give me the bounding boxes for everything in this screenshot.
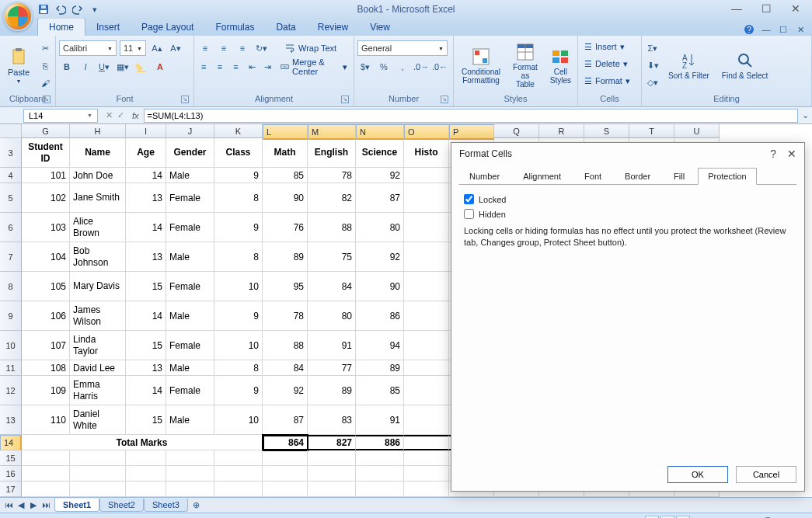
border-icon[interactable]: ▦▾ xyxy=(115,59,131,75)
cell[interactable]: 91 xyxy=(356,405,404,435)
column-header-J[interactable]: J xyxy=(166,124,214,138)
font-size-select[interactable]: 11▼ xyxy=(120,40,146,56)
cell[interactable] xyxy=(126,481,166,497)
dialog-close-icon[interactable]: ✕ xyxy=(787,148,796,160)
number-format-select[interactable]: General▼ xyxy=(357,40,448,56)
cell[interactable] xyxy=(263,481,308,497)
column-header-S[interactable]: S xyxy=(584,124,629,138)
row-header[interactable]: 17 xyxy=(0,481,22,497)
conditional-formatting-button[interactable]: Conditional Formatting xyxy=(457,46,505,86)
cell[interactable]: 80 xyxy=(308,301,356,331)
column-header-Q[interactable]: Q xyxy=(494,124,539,138)
shrink-font-icon[interactable]: A▾ xyxy=(168,40,183,56)
cell[interactable] xyxy=(356,466,404,481)
cell[interactable]: 108 xyxy=(22,360,70,376)
cell[interactable]: 82 xyxy=(308,183,356,213)
cell[interactable]: 94 xyxy=(356,331,404,360)
cell[interactable]: Jane Smith xyxy=(70,183,126,213)
cell[interactable] xyxy=(404,435,449,450)
row-header[interactable]: 13 xyxy=(0,405,22,435)
row-header[interactable]: 8 xyxy=(0,272,22,301)
align-bottom-icon[interactable]: ≡ xyxy=(235,40,250,56)
cell[interactable]: 109 xyxy=(22,376,70,405)
sort-filter-button[interactable]: AZSort & Filter xyxy=(664,50,714,82)
cell[interactable]: Histo xyxy=(404,138,449,168)
cell[interactable]: 827 xyxy=(308,435,356,450)
cell[interactable]: Male xyxy=(166,405,214,435)
tab-insert[interactable]: Insert xyxy=(85,19,131,36)
cell[interactable] xyxy=(214,450,263,466)
cell[interactable]: 13 xyxy=(126,183,166,213)
cell[interactable] xyxy=(404,405,449,435)
cell[interactable] xyxy=(308,450,356,466)
cell[interactable]: 92 xyxy=(263,376,308,405)
cell[interactable]: 92 xyxy=(356,242,404,272)
cell[interactable]: 88 xyxy=(308,213,356,242)
align-center-icon[interactable]: ≡ xyxy=(214,59,227,75)
currency-icon[interactable]: $▾ xyxy=(357,59,373,75)
close-button[interactable]: ✕ xyxy=(784,2,807,16)
redo-icon[interactable] xyxy=(71,3,84,16)
cell[interactable]: John Doe xyxy=(70,168,126,183)
cell[interactable]: 886 xyxy=(356,435,404,450)
cell[interactable]: 77 xyxy=(308,360,356,376)
align-middle-icon[interactable]: ≡ xyxy=(216,40,232,56)
underline-button[interactable]: U▾ xyxy=(96,59,112,75)
bold-button[interactable]: B xyxy=(59,59,75,75)
cell[interactable]: Age xyxy=(126,138,166,168)
row-header[interactable]: 5 xyxy=(0,183,22,213)
hidden-checkbox[interactable] xyxy=(464,209,474,219)
cell[interactable]: Math xyxy=(263,138,308,168)
cell[interactable] xyxy=(126,466,166,481)
cell[interactable]: Female xyxy=(166,331,214,360)
cell[interactable] xyxy=(214,466,263,481)
cell[interactable]: Male xyxy=(166,168,214,183)
row-header[interactable]: 4 xyxy=(0,168,22,183)
cell[interactable]: Bob Johnson xyxy=(70,242,126,272)
cancel-formula-icon[interactable]: ✕ xyxy=(106,110,113,120)
cell[interactable]: Female xyxy=(166,272,214,301)
dialog-tab-number[interactable]: Number xyxy=(459,168,510,185)
percent-icon[interactable]: % xyxy=(376,59,392,75)
comma-icon[interactable]: , xyxy=(395,59,410,75)
cell[interactable] xyxy=(404,183,449,213)
format-painter-icon[interactable]: 🖌 xyxy=(37,75,53,91)
formula-expand-icon[interactable]: ⌄ xyxy=(798,110,812,120)
cell[interactable]: 89 xyxy=(263,242,308,272)
cell[interactable] xyxy=(70,450,126,466)
column-header-I[interactable]: I xyxy=(126,124,166,138)
cell[interactable]: 86 xyxy=(356,301,404,331)
find-select-button[interactable]: Find & Select xyxy=(717,50,772,82)
column-header-U[interactable]: U xyxy=(674,124,720,138)
cell[interactable]: 9 xyxy=(214,301,263,331)
grow-font-icon[interactable]: A▴ xyxy=(149,40,165,56)
ribbon-close-icon[interactable]: ✕ xyxy=(793,23,807,36)
ok-button[interactable]: OK xyxy=(667,466,728,483)
tab-review[interactable]: Review xyxy=(307,19,359,36)
sheet-nav-first-icon[interactable]: ⏮ xyxy=(3,500,14,510)
column-header-K[interactable]: K xyxy=(214,124,263,138)
column-header-H[interactable]: H xyxy=(70,124,126,138)
dialog-tab-border[interactable]: Border xyxy=(615,168,660,185)
cell[interactable]: 85 xyxy=(356,376,404,405)
cell[interactable]: 9 xyxy=(214,376,263,405)
cell[interactable] xyxy=(404,481,449,497)
cell[interactable] xyxy=(404,360,449,376)
row-header[interactable]: 14 xyxy=(0,435,22,450)
cell[interactable] xyxy=(263,450,308,466)
tab-page-layout[interactable]: Page Layout xyxy=(131,19,204,36)
office-button[interactable] xyxy=(3,2,33,31)
cell-styles-button[interactable]: Cell Styles xyxy=(545,46,576,86)
cell[interactable]: Class xyxy=(214,138,263,168)
cell[interactable]: 106 xyxy=(22,301,70,331)
cell[interactable]: 8 xyxy=(214,242,263,272)
cell[interactable] xyxy=(404,272,449,301)
cell[interactable]: Daniel White xyxy=(70,405,126,435)
save-icon[interactable] xyxy=(37,3,50,16)
cell[interactable]: 80 xyxy=(356,213,404,242)
clipboard-launcher-icon[interactable]: ↘ xyxy=(43,96,51,103)
cell[interactable]: 104 xyxy=(22,242,70,272)
cell[interactable]: 76 xyxy=(263,213,308,242)
format-cells-button[interactable]: ☰ Format ▾ xyxy=(581,73,638,89)
ribbon-minimize-icon[interactable]: — xyxy=(759,23,773,36)
